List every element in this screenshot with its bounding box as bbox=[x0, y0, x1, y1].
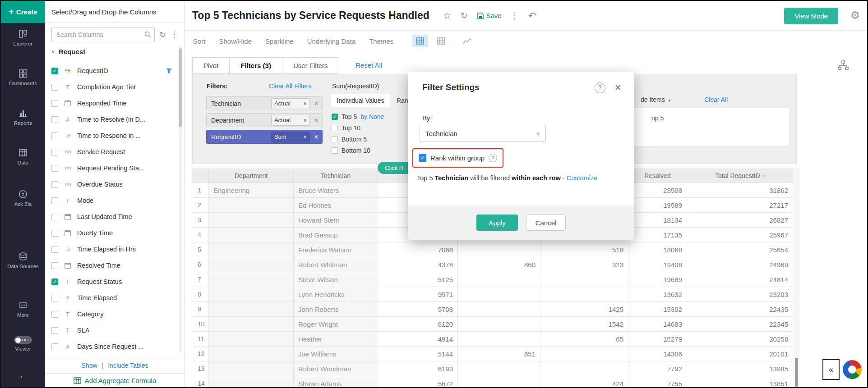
column-item[interactable]: T Completion Age Tier bbox=[45, 79, 179, 95]
column-item[interactable]: T Mode bbox=[45, 192, 179, 209]
chip-aggregation-select[interactable]: Sum ∨ bbox=[271, 132, 310, 142]
cell-department[interactable] bbox=[209, 317, 294, 332]
option-bottom10[interactable]: Bottom 10 bbox=[332, 147, 370, 154]
panel-scrollbar-thumb[interactable] bbox=[179, 48, 182, 127]
column-item[interactable]: Y/N Request Pending Sta... bbox=[45, 160, 179, 176]
rank-checkbox-checked[interactable] bbox=[419, 154, 426, 162]
column-item[interactable]: # Time to Resolve (in D... bbox=[45, 111, 179, 128]
cell-total-requestid[interactable]: 25654 bbox=[687, 242, 793, 257]
cell-resolved[interactable]: 19689 bbox=[628, 272, 687, 287]
kebab-menu-icon[interactable]: ⋮ bbox=[171, 30, 179, 40]
cell-technician[interactable]: Robert Whitman bbox=[294, 257, 378, 272]
checkbox-icon[interactable] bbox=[51, 214, 58, 220]
cell-value[interactable] bbox=[458, 317, 540, 332]
cell-department[interactable]: Engineering bbox=[209, 183, 294, 198]
cell-resolved[interactable]: 7755 bbox=[628, 376, 687, 388]
checkbox-icon[interactable] bbox=[332, 147, 338, 154]
checkbox-icon[interactable] bbox=[332, 136, 338, 142]
cell-value[interactable]: 4378 bbox=[378, 257, 458, 272]
checkbox-checked-icon[interactable] bbox=[51, 68, 58, 74]
cell-resolved[interactable]: 23508 bbox=[628, 183, 687, 198]
cell-total-requestid[interactable]: 31862 bbox=[687, 183, 793, 198]
cell-total-requestid[interactable]: 13985 bbox=[687, 361, 793, 376]
header-total-requestid[interactable]: Total RequestID ↑ bbox=[687, 169, 793, 183]
table-row[interactable]: 11 Heather 4914 65 15279 20258 bbox=[192, 332, 793, 347]
chip-aggregation-select[interactable]: Actual ∨ bbox=[271, 98, 310, 109]
cell-value[interactable] bbox=[458, 242, 540, 257]
cell-technician[interactable]: Steve Wilson bbox=[294, 272, 378, 287]
cell-resolved[interactable]: 19589 bbox=[628, 198, 687, 213]
cell-value[interactable]: 5125 bbox=[378, 272, 458, 287]
toolbar-sparkline[interactable]: Sparkline bbox=[265, 37, 294, 45]
checkbox-icon[interactable] bbox=[51, 246, 58, 253]
cell-resolved[interactable]: 15302 bbox=[628, 302, 687, 317]
table-section-request[interactable]: ∨ Request bbox=[51, 48, 85, 55]
cell-value[interactable] bbox=[458, 361, 540, 376]
hierarchy-icon[interactable] bbox=[837, 60, 849, 72]
cell-department[interactable] bbox=[209, 332, 294, 347]
column-item[interactable]: # Time Elapsed bbox=[45, 290, 179, 306]
cell-technician[interactable]: John Roberts bbox=[294, 302, 378, 317]
column-item[interactable]: T Category bbox=[45, 306, 179, 322]
items-dropdown-partial[interactable]: de Items ▾ bbox=[641, 96, 671, 103]
checkbox-checked-icon[interactable] bbox=[51, 278, 58, 285]
checkbox-checked-icon[interactable] bbox=[332, 114, 338, 120]
toolbar-underlying-data[interactable]: Underlying Data bbox=[307, 37, 356, 45]
cell-resolved[interactable]: 18134 bbox=[628, 213, 687, 228]
cell-value[interactable]: 323 bbox=[540, 257, 628, 272]
cell-department[interactable] bbox=[209, 347, 294, 361]
cell-value[interactable] bbox=[458, 332, 540, 347]
cell-value[interactable] bbox=[458, 287, 540, 302]
checkbox-icon[interactable] bbox=[51, 132, 58, 139]
cancel-button[interactable]: Cancel bbox=[526, 215, 566, 231]
sidebar-item-explorer[interactable]: Explorer bbox=[1, 29, 45, 47]
cell-total-requestid[interactable]: 22435 bbox=[687, 302, 793, 317]
cell-resolved[interactable]: 17135 bbox=[628, 228, 687, 242]
cell-resolved[interactable]: 18068 bbox=[628, 242, 687, 257]
column-item[interactable]: .# Time to Respond in ... bbox=[45, 128, 179, 144]
reset-all-link[interactable]: Reset All bbox=[356, 61, 382, 69]
viewer-toggle[interactable]: OFF bbox=[14, 336, 32, 344]
cell-total-requestid[interactable]: 20258 bbox=[687, 332, 793, 347]
column-item[interactable]: T SLA bbox=[45, 322, 179, 338]
cell-total-requestid[interactable]: 27217 bbox=[687, 198, 793, 213]
cell-resolved[interactable]: 14683 bbox=[628, 317, 687, 332]
settings-gear-icon[interactable]: ⚙ bbox=[850, 9, 860, 22]
save-button[interactable]: Save bbox=[477, 12, 502, 19]
filter-applied-icon[interactable] bbox=[166, 68, 172, 74]
column-item-request-status[interactable]: T Request Status bbox=[45, 274, 179, 290]
cell-total-requestid[interactable]: 13851 bbox=[687, 376, 793, 388]
cell-value[interactable] bbox=[458, 376, 540, 388]
clear-all-link[interactable]: Clear All bbox=[704, 96, 728, 103]
cell-technician[interactable]: Robert Woodman bbox=[294, 361, 378, 376]
cell-technician[interactable]: Howard Stern bbox=[294, 213, 378, 228]
remove-filter-icon[interactable]: ✕ bbox=[314, 134, 319, 140]
cell-value[interactable]: 1542 bbox=[540, 317, 628, 332]
chip-aggregation-select[interactable]: Actual ∨ bbox=[271, 115, 310, 126]
table-row[interactable]: 9 John Roberts 5708 1425 15302 22435 bbox=[192, 302, 793, 317]
search-columns-input[interactable] bbox=[51, 27, 155, 42]
cell-department[interactable] bbox=[209, 272, 294, 287]
sidebar-item-data-sources[interactable]: Data Sources bbox=[1, 251, 45, 269]
sort-asc-icon[interactable]: ↑ bbox=[762, 173, 765, 179]
cell-department[interactable] bbox=[209, 361, 294, 376]
cell-value[interactable] bbox=[540, 347, 628, 361]
sidebar-item-data[interactable]: Data bbox=[1, 148, 45, 166]
by-none-link[interactable]: by None bbox=[360, 113, 384, 120]
checkbox-icon[interactable] bbox=[51, 100, 58, 107]
checkbox-icon[interactable] bbox=[51, 295, 58, 301]
cell-value[interactable]: 1425 bbox=[540, 302, 628, 317]
filter-chip-department[interactable]: Department Actual ∨ ✕ bbox=[206, 113, 323, 127]
table-row[interactable]: 12 Joe Williams 5144 651 14306 20101 bbox=[192, 347, 793, 361]
cell-technician[interactable]: Brad Gessup bbox=[294, 228, 378, 242]
column-item[interactable]: Resolved Time bbox=[45, 257, 179, 274]
rank-help-icon[interactable]: ? bbox=[489, 154, 497, 162]
column-item[interactable]: Y/N Overdue Status bbox=[45, 176, 179, 192]
favorite-star-icon[interactable]: ☆ bbox=[443, 10, 452, 21]
cell-technician[interactable]: Bruce Waters bbox=[294, 183, 378, 198]
cell-total-requestid[interactable]: 25967 bbox=[687, 228, 793, 242]
chart-view-icon[interactable] bbox=[460, 35, 475, 47]
cell-department[interactable] bbox=[209, 376, 294, 388]
column-item[interactable]: Y/N Service Request bbox=[45, 144, 179, 160]
cell-total-requestid[interactable]: 24814 bbox=[687, 272, 793, 287]
